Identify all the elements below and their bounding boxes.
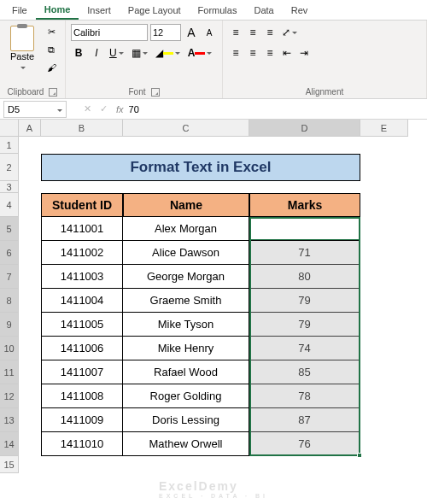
cell[interactable]: 80 [249,265,360,289]
cell[interactable]: George Morgan [123,265,249,289]
cell[interactable]: Mathew Orwell [123,432,249,456]
underline-button[interactable]: U [107,44,126,62]
cells-area[interactable]: Format Text in Excel Student ID Name Mar… [19,137,408,473]
header-name[interactable]: Name [123,193,249,217]
row-header[interactable]: 11 [0,360,19,384]
cell[interactable]: 78 [249,384,360,408]
fx-icon[interactable]: fx [116,104,124,114]
tab-insert[interactable]: Insert [79,2,120,19]
tab-file[interactable]: File [3,2,36,19]
font-dialog-launcher[interactable] [151,88,160,97]
tab-formulas[interactable]: Formulas [190,2,246,19]
formula-input[interactable] [124,101,427,118]
formula-bar: D5 ✕ ✓ fx [0,99,427,120]
cell[interactable]: Alice Dawson [123,241,249,265]
col-header-b[interactable]: B [41,120,123,137]
cell[interactable]: 1411003 [41,265,123,289]
cell[interactable]: Mike Henry [123,337,249,360]
clipboard-dialog-launcher[interactable] [49,88,57,97]
col-header-d[interactable]: D [249,120,360,137]
row-header[interactable]: 9 [0,313,19,337]
copy-button[interactable]: ⧉ [43,42,60,57]
align-right-button[interactable]: ≡ [262,44,278,62]
cell[interactable]: 79 [249,289,360,313]
cell[interactable]: 74 [249,337,360,360]
bold-button[interactable]: B [71,44,86,62]
font-name-input[interactable] [71,24,148,41]
cell[interactable]: 1411002 [41,241,123,265]
cut-button[interactable]: ✂ [43,24,60,39]
row-header[interactable]: 1 [0,137,19,154]
cell[interactable]: 87 [249,408,360,432]
font-size-input[interactable] [150,24,181,41]
ribbon: Paste ✂ ⧉ 🖌 Clipboard A A B I [0,21,427,99]
cell[interactable]: 1411006 [41,337,123,360]
row-header[interactable]: 3 [0,181,19,193]
row-header[interactable]: 7 [0,265,19,289]
cell[interactable]: 1411005 [41,313,123,337]
cell[interactable]: 76 [249,432,360,456]
cell[interactable]: Doris Lessing [123,408,249,432]
align-left-button[interactable]: ≡ [228,44,243,62]
header-marks[interactable]: Marks [249,193,360,217]
font-color-button[interactable]: A [185,44,215,62]
shrink-font-button[interactable]: A [202,24,217,41]
align-top-button[interactable]: ≡ [228,24,243,41]
col-header-e[interactable]: E [360,120,408,137]
cell[interactable]: Graeme Smith [123,289,249,313]
row-header[interactable]: 12 [0,384,19,408]
tab-page-layout[interactable]: Page Layout [120,2,190,19]
table-row: 1411007Rafael Wood85 [41,360,360,384]
borders-button[interactable]: ▦ [129,44,150,62]
row-header[interactable]: 14 [0,432,19,456]
tab-home[interactable]: Home [36,1,79,20]
increase-indent-button[interactable]: ⇥ [296,44,312,62]
row-header[interactable]: 8 [0,289,19,313]
select-all-button[interactable] [0,120,19,137]
align-middle-button[interactable]: ≡ [245,24,260,41]
align-bottom-button[interactable]: ≡ [262,24,278,41]
cell[interactable]: 70 [249,217,360,241]
cancel-icon[interactable]: ✕ [84,103,91,114]
cell[interactable]: Mike Tyson [123,313,249,337]
table-row: 1411008Roger Golding78 [41,384,360,408]
tab-review[interactable]: Rev [283,2,317,19]
align-center-button[interactable]: ≡ [245,44,260,62]
decrease-indent-button[interactable]: ⇤ [279,44,295,62]
cell[interactable]: 1411010 [41,432,123,456]
table-title[interactable]: Format Text in Excel [41,154,360,181]
cell[interactable]: 1411001 [41,217,123,241]
enter-icon[interactable]: ✓ [100,103,108,114]
col-header-a[interactable]: A [19,120,41,137]
row-header[interactable]: 15 [0,456,19,473]
row-header[interactable]: 5 [0,217,19,241]
cell[interactable]: Alex Morgan [123,217,249,241]
data-table: Format Text in Excel Student ID Name Mar… [41,154,360,456]
cell[interactable]: 1411004 [41,289,123,313]
tab-data[interactable]: Data [245,2,282,19]
format-painter-button[interactable]: 🖌 [43,60,60,75]
header-student-id[interactable]: Student ID [41,193,123,217]
fill-color-button[interactable]: ◢ [153,44,183,62]
cell[interactable]: 1411007 [41,360,123,384]
cell[interactable]: 79 [249,313,360,337]
col-header-c[interactable]: C [123,120,249,137]
cell[interactable]: 1411009 [41,408,123,432]
grow-font-button[interactable]: A [184,24,199,41]
cell[interactable]: Roger Golding [123,384,249,408]
worksheet-grid[interactable]: A B C D E 123456789101112131415 Format T… [0,120,427,473]
table-row: 1411002Alice Dawson71 [41,241,360,265]
paste-button[interactable]: Paste [5,24,39,73]
cell[interactable]: 1411008 [41,384,123,408]
cell[interactable]: 71 [249,241,360,265]
row-header[interactable]: 6 [0,241,19,265]
row-header[interactable]: 2 [0,154,19,181]
orientation-button[interactable]: ⤢ [279,24,300,41]
cell[interactable]: Rafael Wood [123,360,249,384]
italic-button[interactable]: I [89,44,104,62]
row-header[interactable]: 4 [0,193,19,217]
name-box[interactable]: D5 [3,101,67,118]
row-header[interactable]: 10 [0,337,19,360]
cell[interactable]: 85 [249,360,360,384]
row-header[interactable]: 13 [0,408,19,432]
